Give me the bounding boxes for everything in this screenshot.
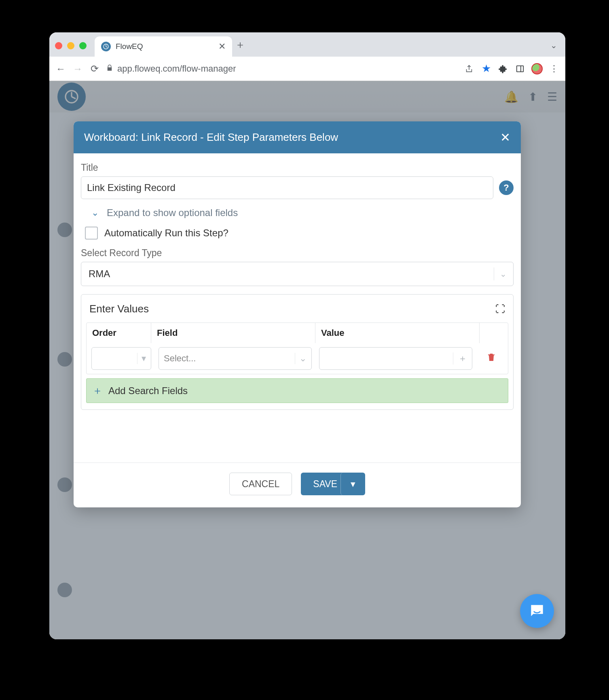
- lock-icon: [106, 64, 113, 74]
- tab-title: FlowEQ: [116, 42, 214, 51]
- browser-window: FlowEQ ✕ ＋ ⌄ ← → ⟳ app.floweq.com/flow-m…: [49, 32, 565, 639]
- values-table: Order Field Value ▾ Select... ⌄: [86, 322, 508, 374]
- field-placeholder: Select...: [164, 353, 196, 364]
- auto-run-checkbox[interactable]: [85, 227, 98, 240]
- table-row: ▾ Select... ⌄ ＋: [87, 343, 508, 374]
- share-icon[interactable]: [463, 63, 475, 74]
- modal-title: Workboard: Link Record - Edit Step Param…: [84, 131, 338, 144]
- plus-icon[interactable]: ＋: [453, 352, 467, 365]
- add-fields-label: Add Search Fields: [108, 385, 188, 397]
- forward-button[interactable]: →: [72, 63, 83, 74]
- col-value: Value: [315, 323, 480, 343]
- plus-icon: ＋: [92, 384, 103, 398]
- chat-widget-button[interactable]: [520, 594, 554, 628]
- reload-button[interactable]: ⟳: [89, 63, 100, 74]
- browser-tab[interactable]: FlowEQ ✕: [95, 36, 232, 57]
- cancel-button[interactable]: CANCEL: [229, 473, 292, 495]
- back-button[interactable]: ←: [55, 63, 66, 74]
- modal-header: Workboard: Link Record - Edit Step Param…: [74, 121, 521, 153]
- delete-row-button[interactable]: [477, 352, 505, 365]
- svg-rect-3: [517, 66, 524, 72]
- edit-step-modal: Workboard: Link Record - Edit Step Param…: [74, 121, 521, 507]
- value-input[interactable]: ＋: [319, 347, 472, 370]
- chevron-down-icon: ⌄: [91, 208, 99, 218]
- profile-avatar[interactable]: [531, 63, 543, 74]
- browser-menu-button[interactable]: ⋮: [548, 63, 560, 74]
- expand-optional-label: Expand to show optional fields: [107, 207, 238, 218]
- fullscreen-icon[interactable]: ⛶: [495, 303, 505, 315]
- chevron-down-icon: ▾: [137, 353, 146, 364]
- help-icon[interactable]: ?: [499, 180, 514, 195]
- tab-favicon-icon: [101, 42, 111, 51]
- extensions-icon[interactable]: [497, 63, 509, 74]
- save-dropdown-button[interactable]: ▾: [340, 473, 365, 495]
- modal-close-button[interactable]: ✕: [500, 130, 510, 144]
- auto-run-label: Automatically Run this Step?: [104, 227, 228, 239]
- expand-optional-toggle[interactable]: ⌄ Expand to show optional fields: [81, 207, 514, 218]
- new-tab-button[interactable]: ＋: [232, 38, 248, 52]
- window-maximize-button[interactable]: [79, 42, 87, 49]
- chevron-down-icon: ⌄: [494, 267, 507, 280]
- tab-overflow-button[interactable]: ⌄: [550, 40, 557, 50]
- enter-values-heading: Enter Values: [89, 303, 149, 315]
- record-type-select[interactable]: RMA ⌄: [81, 262, 514, 286]
- title-label: Title: [81, 162, 514, 173]
- svg-line-2: [106, 47, 107, 47]
- record-type-value: RMA: [89, 268, 110, 280]
- table-header: Order Field Value: [87, 323, 508, 343]
- chevron-down-icon: ▾: [351, 479, 355, 490]
- enter-values-panel: Enter Values ⛶ Order Field Value ▾: [81, 294, 514, 410]
- title-input[interactable]: [81, 176, 493, 199]
- order-select[interactable]: ▾: [91, 347, 151, 370]
- field-select[interactable]: Select... ⌄: [159, 347, 312, 370]
- add-search-fields-button[interactable]: ＋ Add Search Fields: [86, 378, 508, 403]
- chevron-down-icon: ⌄: [295, 353, 307, 364]
- col-order: Order: [87, 323, 151, 343]
- window-controls: [55, 42, 87, 49]
- tab-bar: FlowEQ ✕ ＋ ⌄: [49, 32, 565, 57]
- url-text: app.floweq.com/flow-manager: [117, 64, 236, 74]
- side-panel-icon[interactable]: [514, 63, 526, 74]
- tab-close-button[interactable]: ✕: [218, 41, 226, 52]
- record-type-label: Select Record Type: [81, 248, 514, 259]
- col-field: Field: [151, 323, 315, 343]
- app-content: 🔔 ⬆ ☰ Workboard: Link Record - Edit Step…: [49, 81, 565, 639]
- url-bar: ← → ⟳ app.floweq.com/flow-manager ★ ⋮: [49, 57, 565, 81]
- window-minimize-button[interactable]: [67, 42, 74, 49]
- modal-footer: CANCEL SAVE ▾: [74, 462, 521, 507]
- address-bar[interactable]: app.floweq.com/flow-manager: [106, 64, 458, 74]
- bookmark-star-icon[interactable]: ★: [480, 63, 492, 74]
- window-close-button[interactable]: [55, 42, 62, 49]
